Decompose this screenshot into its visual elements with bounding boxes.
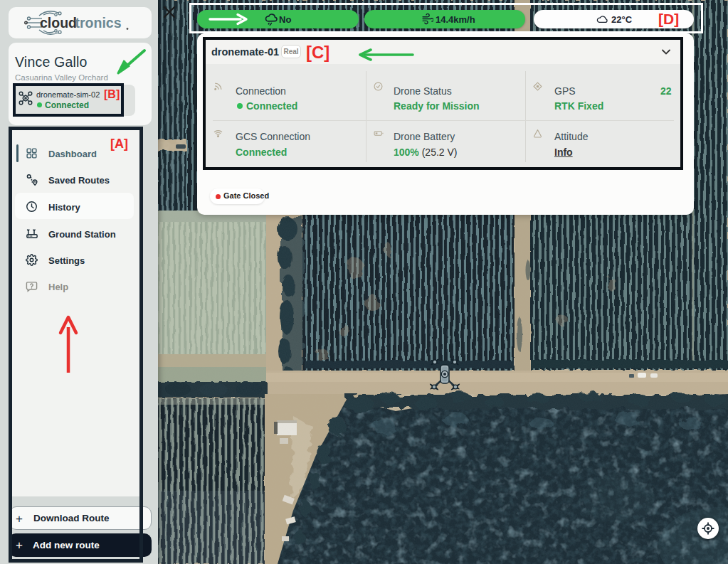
svg-text:tronics: tronics [75,15,122,31]
svg-text:cloud: cloud [40,15,77,31]
